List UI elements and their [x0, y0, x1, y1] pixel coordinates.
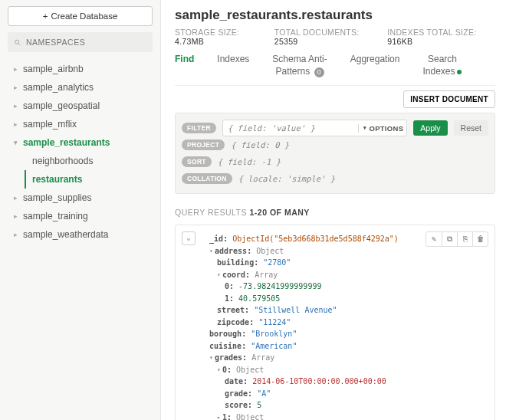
clone-icon[interactable]: ⎘ [457, 232, 472, 246]
filter-input[interactable]: { field: 'value' } ▾OPTIONS [222, 120, 407, 136]
project-input[interactable]: { field: 0 } [231, 140, 289, 149]
sidebar-item-label: sample_airbnb [23, 64, 84, 74]
sidebar-item-sample_restaurants[interactable]: ▾sample_restaurants [8, 133, 153, 152]
tab-indexes[interactable]: Indexes [217, 54, 249, 77]
status-dot-icon [457, 70, 462, 74]
caret-right-icon: ▸ [11, 231, 20, 238]
main-panel: sample_restaurants.restaurants STORAGE S… [161, 0, 506, 420]
caret-right-icon: ▸ [11, 212, 20, 220]
sidebar-item-label: sample_supplies [23, 192, 91, 203]
query-results-header: QUERY RESULTS 1-20 OF MANY [175, 208, 495, 217]
reset-button[interactable]: Reset [454, 120, 488, 136]
caret-right-icon: ▸ [11, 194, 20, 202]
sidebar-item-sample_airbnb[interactable]: ▸sample_airbnb [8, 60, 153, 78]
options-toggle[interactable]: ▾OPTIONS [358, 124, 403, 133]
collation-pill: COLLATION [182, 173, 232, 184]
tabs: Find Indexes Schema Anti- Patterns 0 Agg… [175, 54, 495, 86]
sidebar-item-sample_analytics[interactable]: ▸sample_analytics [8, 78, 153, 97]
sidebar-item-sample_training[interactable]: ▸sample_training [8, 207, 153, 225]
tab-schema-anti-patterns[interactable]: Schema Anti- Patterns 0 [272, 54, 327, 77]
collation-input[interactable]: { locale: 'simple' } [238, 174, 335, 183]
sidebar-collection-restaurants[interactable]: restaurants [25, 170, 153, 189]
tab-aggregation[interactable]: Aggregation [350, 54, 400, 77]
create-database-button[interactable]: + Create Database [8, 6, 153, 26]
collection-stats: STORAGE SIZE: 4.73MB TOTAL DOCUMENTS: 25… [175, 28, 495, 46]
apply-button[interactable]: Apply [413, 120, 447, 136]
sidebar-item-sample_supplies[interactable]: ▸sample_supplies [8, 189, 153, 207]
tab-search-indexes[interactable]: Search Indexes [422, 54, 462, 77]
sidebar: + Create Database ▸sample_airbnb▸sample_… [0, 0, 161, 420]
sidebar-item-label: sample_analytics [23, 82, 94, 93]
caret-right-icon: ▸ [11, 120, 20, 128]
query-builder: FILTER { field: 'value' } ▾OPTIONS Apply… [175, 113, 495, 194]
document-actions: ✎ ⧉ ⎘ 🗑 [426, 231, 488, 247]
project-pill: PROJECT [182, 139, 225, 150]
filter-pill: FILTER [182, 123, 216, 133]
edit-icon[interactable]: ✎ [426, 232, 442, 246]
sort-pill: SORT [182, 156, 212, 167]
svg-line-1 [18, 43, 20, 44]
sidebar-item-sample_geospatial[interactable]: ▸sample_geospatial [8, 97, 153, 115]
document-body: _id: ObjectId("5eb3d668b31de5d588f4292a"… [209, 233, 487, 420]
caret-right-icon: ▸ [11, 65, 20, 73]
sidebar-item-sample_mflix[interactable]: ▸sample_mflix [8, 115, 153, 133]
namespaces-search-input[interactable] [26, 38, 146, 47]
document-card: ⌄ ✎ ⧉ ⎘ 🗑 _id: ObjectId("5eb3d668b31de5d… [175, 225, 495, 420]
caret-right-icon: ▸ [11, 84, 20, 91]
sidebar-item-label: sample_training [23, 211, 88, 221]
caret-right-icon: ▸ [11, 102, 20, 110]
delete-icon[interactable]: 🗑 [472, 232, 488, 246]
collapse-toggle[interactable]: ⌄ [182, 231, 196, 245]
sort-input[interactable]: { field: -1 } [218, 157, 281, 166]
plus-icon: + [43, 11, 48, 21]
caret-down-icon: ▾ [11, 139, 20, 146]
copy-icon[interactable]: ⧉ [442, 232, 457, 246]
search-icon [14, 38, 21, 47]
namespace-tree: ▸sample_airbnb▸sample_analytics▸sample_g… [8, 60, 153, 244]
tab-find[interactable]: Find [175, 54, 194, 77]
chevron-down-icon: ⌄ [186, 233, 190, 244]
namespaces-search[interactable] [8, 32, 153, 52]
sidebar-item-label: sample_geospatial [23, 100, 100, 111]
create-database-label: Create Database [51, 11, 117, 21]
sidebar-collection-neighborhoods[interactable]: neighborhoods [26, 152, 153, 170]
insert-document-button[interactable]: INSERT DOCUMENT [403, 90, 495, 108]
sidebar-item-label: sample_mflix [23, 119, 77, 130]
sidebar-item-label: sample_weatherdata [23, 229, 108, 240]
schema-badge: 0 [314, 67, 324, 77]
sidebar-item-sample_weatherdata[interactable]: ▸sample_weatherdata [8, 225, 153, 244]
page-title: sample_restaurants.restaurants [175, 8, 495, 23]
svg-point-0 [15, 40, 19, 44]
sidebar-item-label: sample_restaurants [23, 137, 110, 148]
